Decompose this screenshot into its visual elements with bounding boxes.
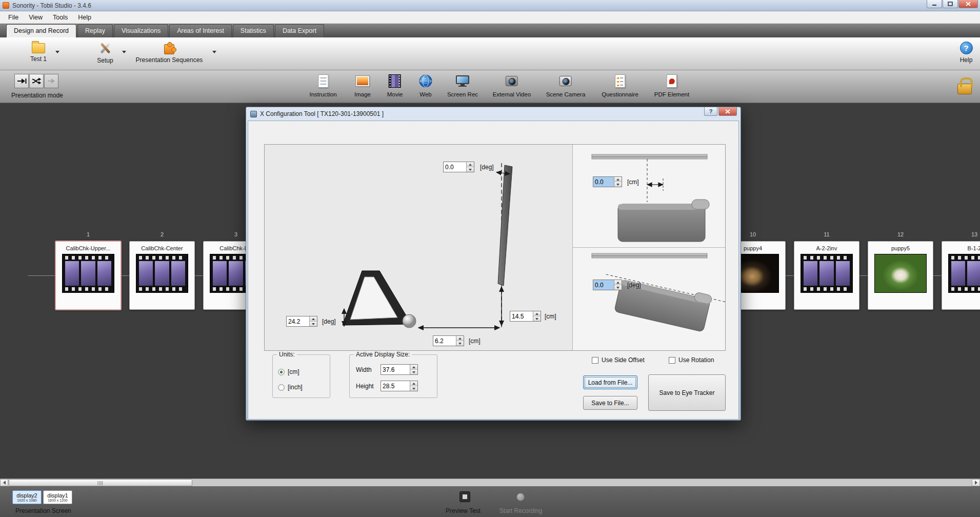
spin-up-button[interactable] [456,336,464,341]
media-item-questionnaire[interactable]: Questionnaire [602,73,638,97]
device-angle-input[interactable] [287,316,309,326]
spin-down-button[interactable] [410,369,417,374]
rotation-input[interactable] [593,280,614,290]
presentation-sequences-button[interactable]: Presentation Sequences [128,37,210,64]
timeline-card[interactable]: puppy5 [868,241,933,310]
radio-inch[interactable]: [inch] [278,384,303,391]
screen-tilt-input[interactable] [444,162,466,172]
dialog-help-button[interactable]: ? [704,107,717,116]
screen-height-input[interactable] [510,311,533,321]
dialog-close-button[interactable] [718,107,737,116]
timeline-item[interactable]: 2 CalibChk-Center [129,231,195,310]
save-to-eye-tracker-button[interactable]: Save to Eye Tracker [648,374,726,411]
spin-up-button[interactable] [410,365,417,369]
lock-icon[interactable] [957,84,972,94]
load-from-file-button[interactable]: Load from File... [583,375,637,389]
media-item-scene-camera[interactable]: Scene Camera [546,73,586,97]
height-spinner[interactable] [381,381,418,391]
scroll-left-button[interactable] [0,479,8,486]
spin-up-button[interactable] [467,162,474,167]
timeline-card[interactable]: CalibChk-Upper... [55,241,121,310]
media-item-pdf[interactable]: PDF Element [654,73,689,97]
image-thumbnail [874,254,927,293]
test-dropdown-arrow-icon[interactable] [55,51,59,53]
scroll-thumb[interactable] [9,479,192,486]
radio-cm[interactable]: [cm] [278,368,299,375]
spin-down-button[interactable] [467,167,474,172]
presentation-mode-linear-button[interactable] [14,74,29,88]
spin-up-button[interactable] [310,316,317,321]
spin-up-button[interactable] [533,311,541,316]
spin-down-button[interactable] [456,341,464,346]
image-icon [355,73,370,89]
media-item-movie[interactable]: Movie [387,73,403,97]
spin-up-button[interactable] [410,381,417,386]
spin-down-button[interactable] [310,321,317,326]
menu-item-view[interactable]: View [24,12,48,23]
setup-dropdown-arrow-icon[interactable] [122,51,126,53]
display1-button[interactable]: display1 1600 x 1200 [43,490,72,504]
media-item-screen-rec[interactable]: Screen Rec [447,73,478,97]
menu-item-tools[interactable]: Tools [48,12,73,23]
setup-button[interactable]: Setup [91,37,119,64]
app-icon [3,2,9,9]
spin-up-button[interactable] [614,280,622,285]
presentation-mode-disabled-button[interactable] [44,74,58,88]
save-to-file-button[interactable]: Save to File... [583,396,637,410]
timeline-item[interactable]: 1 CalibChk-Upper... [55,231,121,310]
timeline-card[interactable]: CalibChk-Center [129,241,195,310]
timeline-card[interactable]: A-2-2inv [794,241,859,310]
screen-height-spinner[interactable] [510,311,541,322]
screen-distance-input[interactable] [433,336,456,346]
tab-statistics[interactable]: Statistics [233,24,274,37]
media-item-external-video[interactable]: External Video [493,73,531,97]
tab-design-and-record[interactable]: Design and Record [6,24,76,37]
minimize-button[interactable] [927,0,942,8]
display2-button[interactable]: display2 1920 x 1080 [12,490,42,504]
use-rotation-checkbox[interactable]: Use Rotation [669,356,714,364]
device-angle-spinner[interactable] [286,316,317,327]
tab-visualizations[interactable]: Visualizations [114,24,168,37]
puzzle-icon [164,44,174,54]
presentation-mode-shuffle-button[interactable] [29,74,44,88]
menu-item-file[interactable]: File [3,12,24,23]
timeline-item[interactable]: 11 A-2-2inv [794,231,859,310]
preview-test-icon[interactable] [459,491,470,502]
width-input[interactable] [381,365,410,374]
dialog-body: [deg] [deg] [cm] [cm] [248,121,739,420]
tab-areas-of-interest[interactable]: Areas of Interest [169,24,232,37]
sequences-dropdown-arrow-icon[interactable] [212,51,216,53]
height-input[interactable] [381,381,410,391]
media-item-instruction[interactable]: Instruction [309,73,336,97]
spin-up-button[interactable] [614,177,622,182]
maximize-button[interactable] [943,0,958,8]
test-folder-icon [32,43,45,53]
menu-item-help[interactable]: Help [73,12,96,23]
side-offset-spinner[interactable] [593,176,622,187]
use-side-offset-checkbox[interactable]: Use Side Offset [592,356,645,364]
media-item-web[interactable]: Web [418,73,433,97]
spin-down-button[interactable] [614,182,622,187]
preview-test-button[interactable]: Preview Test [435,507,491,514]
timeline-item[interactable]: 13 B-1-2 [942,231,980,310]
test-button[interactable]: Test 1 [24,37,53,63]
spin-down-button[interactable] [533,316,541,321]
scroll-right-button[interactable] [972,479,980,486]
spin-down-button[interactable] [614,285,622,290]
screen-tilt-spinner[interactable] [443,162,474,172]
tab-data-export[interactable]: Data Export [275,24,324,37]
help-button[interactable]: ? Help [953,37,979,64]
timeline-card[interactable]: B-1-2 [942,241,980,310]
spin-down-button[interactable] [410,386,417,391]
dialog-titlebar[interactable]: X Configuration Tool [ TX120-301-1390050… [248,107,739,121]
unit-label: [deg] [627,282,641,289]
close-button[interactable] [958,0,978,8]
timeline-item[interactable]: 12 puppy5 [868,231,933,310]
side-offset-input[interactable] [593,177,614,187]
width-spinner[interactable] [381,364,418,375]
tab-replay[interactable]: Replay [77,24,113,37]
screen-distance-spinner[interactable] [433,335,464,346]
media-item-image[interactable]: Image [354,73,371,97]
rotation-spinner[interactable] [593,280,622,290]
horizontal-scrollbar[interactable] [0,479,980,486]
